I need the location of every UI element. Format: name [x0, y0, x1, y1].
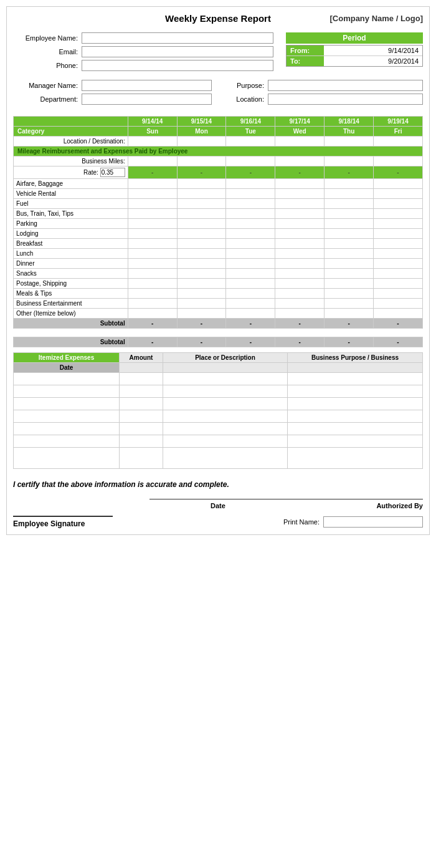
itemized-place-3[interactable]	[163, 398, 288, 410]
itemized-amount-6[interactable]	[120, 435, 163, 448]
purpose-label: Purpose:	[224, 82, 268, 89]
mileage-section-row: Mileage Reimbursement and Expenses Paid …	[14, 147, 423, 157]
table-row: Postage, Shipping	[14, 279, 423, 289]
other-label: Other (Itemize below)	[14, 309, 128, 319]
itemized-purpose-3[interactable]	[288, 398, 423, 410]
miles-tue[interactable]	[226, 157, 275, 166]
location-destination-row: Location / Destination:	[14, 137, 423, 147]
print-name-input[interactable]	[323, 516, 423, 528]
itemized-place-4[interactable]	[163, 410, 288, 423]
rate-label-cell: Rate:	[14, 166, 128, 179]
airfare-sun[interactable]	[128, 179, 177, 189]
department-label: Department:	[13, 95, 82, 103]
miles-mon[interactable]	[177, 157, 226, 166]
to-label: To:	[287, 56, 324, 66]
table-row: Parking	[14, 219, 423, 229]
miles-sun[interactable]	[128, 157, 177, 166]
table-row: Snacks	[14, 269, 423, 279]
authorized-sig-label: Authorized By	[287, 502, 423, 509]
itemized-date-1[interactable]	[14, 373, 120, 385]
airfare-fri[interactable]	[374, 179, 423, 189]
subtotal-2-thu: -	[325, 337, 374, 347]
location-sun-cell[interactable]	[128, 137, 177, 147]
employee-name-input[interactable]	[82, 32, 273, 44]
manager-name-input[interactable]	[82, 80, 212, 91]
period-section: Period From: 9/14/2014 To: 9/20/2014	[286, 32, 423, 74]
rate-dash-sun: -	[128, 166, 177, 179]
rate-dash-mon: -	[177, 166, 226, 179]
itemized-purpose-5[interactable]	[288, 423, 423, 435]
airfare-wed[interactable]	[275, 179, 325, 189]
subtotal-2-mon: -	[177, 337, 226, 347]
table-row: Breakfast	[14, 239, 423, 249]
itemized-amount-1[interactable]	[120, 373, 163, 385]
email-row: Email:	[13, 46, 273, 57]
location-fri-cell[interactable]	[374, 137, 423, 147]
period-to-row: To: 9/20/2014	[287, 56, 422, 66]
date-sig-label: Date	[149, 502, 286, 509]
date-tue: 9/16/14	[226, 117, 275, 127]
itemized-place-5[interactable]	[163, 423, 288, 435]
itemized-header-label: Itemized Expenses	[14, 353, 120, 363]
itemized-amount-3[interactable]	[120, 398, 163, 410]
airfare-thu[interactable]	[325, 179, 374, 189]
itemized-purpose-7[interactable]	[288, 448, 423, 469]
bus-train-label: Bus, Train, Taxi, Tips	[14, 209, 128, 219]
itemized-date-7[interactable]	[14, 448, 120, 469]
location-thu-cell[interactable]	[325, 137, 374, 147]
miles-fri[interactable]	[374, 157, 423, 166]
itemized-place-1[interactable]	[163, 373, 288, 385]
day-tue: Tue	[226, 127, 275, 137]
itemized-purpose-6[interactable]	[288, 435, 423, 448]
itemized-date-6[interactable]	[14, 435, 120, 448]
itemized-place-2[interactable]	[163, 385, 288, 398]
email-input[interactable]	[82, 46, 273, 57]
itemized-date-3[interactable]	[14, 398, 120, 410]
date-wed: 9/17/14	[275, 117, 325, 127]
location-row: Location:	[224, 94, 423, 105]
category-header	[14, 117, 128, 127]
itemized-place-7[interactable]	[163, 448, 288, 469]
itemized-row-1	[14, 373, 423, 385]
itemized-row-2	[14, 385, 423, 398]
itemized-purpose-4[interactable]	[288, 410, 423, 423]
email-label: Email:	[13, 48, 82, 55]
miles-thu[interactable]	[325, 157, 374, 166]
subtotal-1-fri: -	[374, 319, 423, 329]
itemized-row-5	[14, 423, 423, 435]
snacks-label: Snacks	[14, 269, 128, 279]
itemized-amount-5[interactable]	[120, 423, 163, 435]
itemized-amount-4[interactable]	[120, 410, 163, 423]
business-miles-label: Business Miles:	[14, 157, 128, 166]
itemized-purpose-2[interactable]	[288, 385, 423, 398]
itemized-amount-2[interactable]	[120, 385, 163, 398]
miles-wed[interactable]	[275, 157, 325, 166]
location-wed-cell[interactable]	[275, 137, 325, 147]
rate-input[interactable]	[100, 168, 125, 177]
print-name-label: Print Name:	[283, 518, 320, 526]
business-miles-row: Business Miles:	[14, 157, 423, 166]
purpose-input[interactable]	[268, 80, 423, 91]
amount-subheader	[120, 363, 163, 373]
manager-info: Manager Name: Department:	[13, 80, 212, 107]
itemized-place-6[interactable]	[163, 435, 288, 448]
day-thu: Thu	[325, 127, 374, 137]
itemized-purpose-1[interactable]	[288, 373, 423, 385]
phone-input[interactable]	[82, 60, 273, 71]
itemized-date-4[interactable]	[14, 410, 120, 423]
location-mon-cell[interactable]	[177, 137, 226, 147]
itemized-row-4	[14, 410, 423, 423]
subtotal-1-mon: -	[177, 319, 226, 329]
department-input[interactable]	[82, 94, 212, 105]
subtotal-1-tue: -	[226, 319, 275, 329]
place-col-header: Place or Description	[163, 353, 288, 363]
dinner-label: Dinner	[14, 259, 128, 269]
itemized-date-2[interactable]	[14, 385, 120, 398]
airfare-tue[interactable]	[226, 179, 275, 189]
location-input[interactable]	[268, 94, 423, 105]
location-tue-cell[interactable]	[226, 137, 275, 147]
airfare-mon[interactable]	[177, 179, 226, 189]
itemized-date-5[interactable]	[14, 423, 120, 435]
vehicle-rental-label: Vehicle Rental	[14, 189, 128, 199]
itemized-amount-7[interactable]	[120, 448, 163, 469]
